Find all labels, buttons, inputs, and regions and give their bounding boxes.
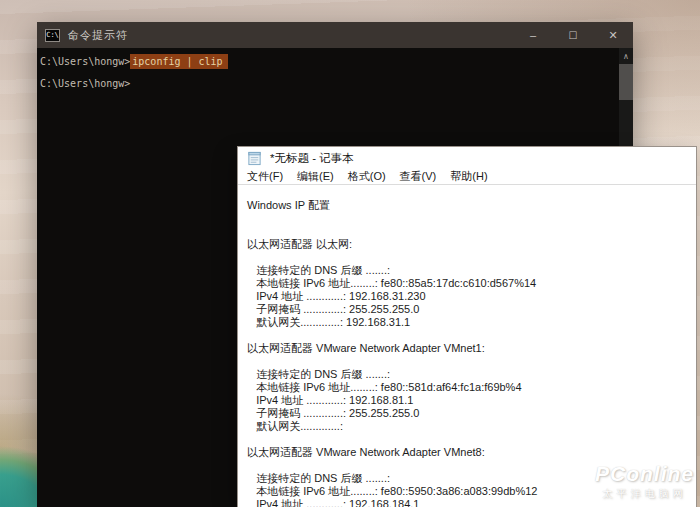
text-line: Windows IP 配置 xyxy=(247,199,696,212)
text-line xyxy=(247,459,696,472)
notepad-menubar: 文件(F)编辑(E)格式(O)查看(V)帮助(H) xyxy=(238,169,696,185)
text-line: IPv4 地址 ............: 192.168.31.230 xyxy=(247,290,696,303)
text-line: 本地链接 IPv6 地址........: fe80::581d:af64:fc… xyxy=(247,381,696,394)
text-line xyxy=(247,355,696,368)
cmd-prompt: C:\Users\hongw> xyxy=(40,56,130,67)
minimize-button[interactable]: – xyxy=(513,22,553,48)
notepad-window-title: *无标题 - 记事本 xyxy=(270,151,354,166)
menu-item[interactable]: 编辑(E) xyxy=(290,169,341,184)
text-line: 连接特定的 DNS 后缀 .......: xyxy=(247,472,696,485)
desktop-wallpaper: C:\ 命令提示符 – ☐ ✕ C:\Users\hongw>ipconfig … xyxy=(0,0,700,507)
cmd-window-title: 命令提示符 xyxy=(68,28,128,43)
menu-item[interactable]: 文件(F) xyxy=(240,169,290,184)
scrollbar-thumb[interactable] xyxy=(619,64,633,100)
cmd-line: C:\Users\hongw> xyxy=(40,77,619,99)
text-line: 子网掩码 .............: 255.255.255.0 xyxy=(247,407,696,420)
menu-item[interactable]: 帮助(H) xyxy=(443,169,494,184)
menu-item[interactable]: 查看(V) xyxy=(393,169,444,184)
menu-item[interactable]: 格式(O) xyxy=(341,169,393,184)
text-line xyxy=(247,433,696,446)
text-line xyxy=(247,251,696,264)
cmd-line: C:\Users\hongw>ipconfig | clip xyxy=(40,55,619,77)
text-line xyxy=(247,225,696,238)
text-line: 以太网适配器 VMware Network Adapter VMnet1: xyxy=(247,342,696,355)
text-line xyxy=(247,212,696,225)
notepad-content[interactable]: Windows IP 配置以太网适配器 以太网: 连接特定的 DNS 后缀 ..… xyxy=(238,186,696,507)
text-line: 默认网关.............: 192.168.31.1 xyxy=(247,316,696,329)
notepad-window: *无标题 - 记事本 文件(F)编辑(E)格式(O)查看(V)帮助(H) Win… xyxy=(237,146,697,507)
text-line: 连接特定的 DNS 后缀 .......: xyxy=(247,264,696,277)
text-line: 以太网适配器 以太网: xyxy=(247,238,696,251)
cmd-titlebar[interactable]: C:\ 命令提示符 – ☐ ✕ xyxy=(37,22,633,48)
cmd-icon: C:\ xyxy=(45,29,60,42)
cmd-selected-command: ipconfig | clip xyxy=(130,54,227,69)
notepad-titlebar[interactable]: *无标题 - 记事本 xyxy=(238,147,696,169)
text-line: 连接特定的 DNS 后缀 .......: xyxy=(247,368,696,381)
cmd-window-controls: – ☐ ✕ xyxy=(513,22,633,48)
text-line: IPv4 地址 ............: 192.168.81.1 xyxy=(247,394,696,407)
text-line: 本地链接 IPv6 地址........: fe80::85a5:17dc:c6… xyxy=(247,277,696,290)
text-line: 默认网关.............: xyxy=(247,420,696,433)
text-line: 子网掩码 .............: 255.255.255.0 xyxy=(247,303,696,316)
close-button[interactable]: ✕ xyxy=(593,22,633,48)
text-line: 以太网适配器 VMware Network Adapter VMnet8: xyxy=(247,446,696,459)
text-line: 本地链接 IPv6 地址........: fe80::5950:3a86:a0… xyxy=(247,485,696,498)
cmd-prompt: C:\Users\hongw> xyxy=(40,78,130,89)
text-line xyxy=(247,329,696,342)
maximize-button[interactable]: ☐ xyxy=(553,22,593,48)
scroll-up-icon[interactable]: ∧ xyxy=(619,48,633,64)
notepad-icon xyxy=(247,151,262,166)
text-line: IPv4 地址 ............: 192.168.184.1 xyxy=(247,498,696,507)
